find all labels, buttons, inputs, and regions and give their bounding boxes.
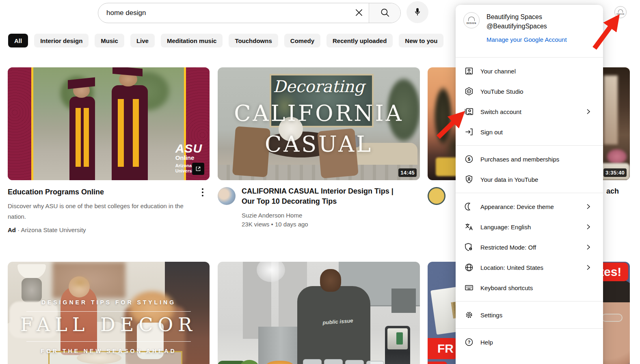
youtube-search-page: DESIGN All Interior design Music Live Me…	[0, 0, 640, 364]
external-link-icon[interactable]	[192, 163, 204, 175]
video-card-california-meta: CALIFORNIA CASUAL Interior Design Tips |…	[242, 186, 405, 229]
menu-section-account: Your channel YouTube Studio Switch accou…	[456, 57, 603, 145]
help-icon: ?	[464, 337, 474, 347]
channel-name[interactable]: Suzie Anderson Home	[242, 211, 405, 220]
menu-item-label: Purchases and memberships	[480, 156, 559, 163]
video-title[interactable]: Education Programs Online	[8, 187, 199, 197]
person-figure	[297, 286, 370, 364]
sign-out-icon	[464, 127, 474, 137]
menu-item-sign-out[interactable]: Sign out	[456, 122, 603, 142]
menu-item-settings[interactable]: Settings	[456, 305, 603, 325]
decor-shape	[324, 359, 343, 364]
decor-shape	[84, 108, 89, 167]
channel-avatar-suzie[interactable]	[218, 187, 236, 205]
ad-label: Ad	[8, 226, 16, 233]
menu-item-help[interactable]: ? Help	[456, 332, 603, 352]
decor-line	[26, 311, 191, 312]
chip-all[interactable]: All	[8, 34, 28, 47]
menu-item-appearance[interactable]: Appearance: Device theme	[456, 196, 603, 217]
overlay-line2-text: CASUAL	[218, 131, 420, 157]
badge-fr: FR	[428, 338, 458, 359]
menu-section-settings: Settings	[456, 301, 603, 328]
decor-shape	[118, 99, 124, 167]
restricted-shield-icon	[464, 242, 474, 252]
menu-item-switch-account[interactable]: Switch account	[456, 101, 603, 122]
decor-shape	[258, 327, 303, 364]
decor-shape	[396, 332, 403, 345]
avatar-logo-text: DESIGN	[617, 13, 625, 15]
menu-item-purchases[interactable]: $ Purchases and memberships	[456, 149, 603, 169]
channel-avatar-beach[interactable]	[428, 187, 445, 205]
duration-badge: 3:35:40	[603, 168, 627, 177]
overlay-line1-text: CALIFORNIA	[218, 101, 420, 126]
decor-shape	[428, 362, 447, 364]
chevron-right-icon	[585, 203, 592, 210]
decor-shape	[8, 67, 31, 180]
ad-description: Discover why ASU is one of the best coll…	[8, 201, 202, 222]
duration-badge: 14:45	[398, 168, 417, 177]
menu-item-your-data[interactable]: Your data in YouTube	[456, 169, 603, 190]
gear-icon	[464, 310, 474, 320]
ad-byline: Ad · Arizona State University	[8, 226, 199, 233]
asu-online-text: Online	[175, 154, 204, 162]
video-title-fragment[interactable]: ach	[606, 186, 619, 196]
dollar-circle-icon: $	[464, 154, 474, 164]
menu-item-location[interactable]: Location: United States	[456, 257, 603, 278]
menu-item-label: Settings	[480, 312, 502, 319]
menu-item-restricted-mode[interactable]: Restricted Mode: Off	[456, 237, 603, 257]
menu-item-label: Restricted Mode: Off	[480, 244, 536, 251]
menu-item-keyboard-shortcuts[interactable]: Keyboard shortcuts	[456, 278, 603, 298]
chevron-right-icon	[585, 244, 592, 250]
account-name: Beautifying Spaces	[486, 12, 567, 22]
decor-shape	[112, 67, 143, 77]
chevron-right-icon	[585, 224, 592, 230]
manage-google-account-link[interactable]: Manage your Google Account	[486, 36, 567, 43]
menu-item-label: YouTube Studio	[480, 88, 523, 95]
menu-avatar: DESIGN	[463, 12, 480, 28]
account-box-icon	[464, 66, 474, 76]
globe-icon	[464, 263, 474, 272]
graduate-figure	[69, 97, 95, 180]
menu-item-language[interactable]: Language: English	[456, 217, 603, 237]
voice-search-button[interactable]	[406, 1, 428, 23]
menu-item-label: Appearance: Device theme	[480, 203, 554, 210]
avatar-arch-logo	[468, 17, 475, 21]
chip-live[interactable]: Live	[130, 34, 155, 47]
overlay-script-text: Decorating	[218, 77, 420, 96]
decor-shape	[303, 359, 322, 364]
advertiser-link[interactable]: Arizona State University	[21, 226, 86, 233]
chip-touchdowns[interactable]: Touchdowns	[229, 34, 278, 47]
chevron-right-icon	[585, 264, 592, 271]
thumbnail-asu-ad[interactable]: ASU Online Arizona State University	[8, 67, 210, 180]
chip-music[interactable]: Music	[95, 34, 124, 47]
svg-text:?: ?	[468, 340, 471, 345]
menu-section-help: ? Help	[456, 328, 603, 355]
chip-new-to-you[interactable]: New to you	[399, 34, 443, 47]
chevron-right-icon	[585, 108, 592, 115]
thumbnail-kitchen-video[interactable]: public issue	[218, 262, 420, 364]
thumbnail-california-casual[interactable]: Decorating CALIFORNIA CASUAL 14:45	[218, 67, 420, 180]
decor-shape	[345, 360, 364, 364]
menu-item-your-channel[interactable]: Your channel	[456, 61, 603, 81]
decor-shape	[601, 314, 623, 322]
account-avatar[interactable]: DESIGN	[614, 6, 627, 18]
search-button[interactable]	[369, 3, 400, 23]
decor-shape	[366, 361, 384, 364]
chip-comedy[interactable]: Comedy	[284, 34, 320, 47]
overlay-top-text: DESIGNER TIPS FOR STYLING	[8, 299, 210, 306]
moon-icon	[464, 202, 474, 211]
graduate-figure	[112, 85, 148, 180]
decor-shape	[391, 289, 416, 313]
search-input[interactable]	[98, 9, 349, 17]
menu-item-youtube-studio[interactable]: YouTube Studio	[456, 81, 603, 101]
chip-meditation-music[interactable]: Meditation music	[161, 34, 223, 47]
video-title[interactable]: CALIFORNIA CASUAL Interior Design Tips |…	[242, 186, 405, 207]
clear-search-button[interactable]	[349, 3, 369, 23]
chip-interior-design[interactable]: Interior design	[34, 34, 89, 47]
chip-recently-uploaded[interactable]: Recently uploaded	[326, 34, 393, 47]
ad-photo	[33, 67, 184, 180]
thumbnail-fall-decor[interactable]: DESIGNER TIPS FOR STYLING FALL DECOR FOR…	[8, 262, 210, 364]
account-menu-popup: DESIGN Beautifying Spaces @BeautifyingSp…	[456, 5, 603, 364]
video-options-button[interactable]	[198, 187, 208, 198]
menu-section-preferences: Appearance: Device theme Language: Engli…	[456, 193, 603, 301]
